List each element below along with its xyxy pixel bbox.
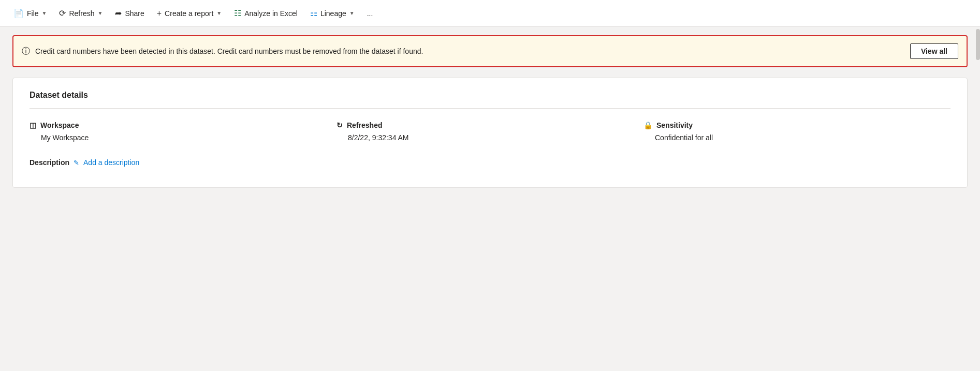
file-label: File (27, 9, 39, 18)
refreshed-value: 8/2/22, 9:32:34 AM (337, 133, 643, 142)
view-all-button[interactable]: View all (910, 43, 958, 59)
create-report-button[interactable]: + Create a report ▼ (152, 6, 227, 21)
description-label: Description (30, 158, 69, 167)
excel-icon: ☷ (234, 8, 241, 18)
lineage-label: Lineage (320, 9, 346, 18)
lineage-chevron-icon: ▼ (349, 10, 355, 16)
create-report-label: Create a report (165, 9, 213, 18)
plus-icon: + (157, 9, 162, 18)
more-options-label: ... (367, 9, 373, 18)
share-button[interactable]: ➦ Share (110, 5, 149, 21)
sensitivity-col: 🔒 Sensitivity Confidential for all (643, 121, 950, 142)
details-row: ◫ Workspace My Workspace ↻ Refreshed 8/2… (30, 121, 950, 142)
dataset-details-card: Dataset details ◫ Workspace My Workspace… (12, 78, 968, 188)
refreshed-col: ↻ Refreshed 8/2/22, 9:32:34 AM (337, 121, 643, 142)
info-icon: ⓘ (22, 46, 30, 57)
alert-text: Credit card numbers have been detected i… (35, 47, 423, 55)
sensitivity-label: 🔒 Sensitivity (643, 121, 950, 129)
create-report-chevron-icon: ▼ (216, 10, 222, 16)
file-button[interactable]: 📄 File ▼ (8, 5, 52, 21)
scrollbar-thumb[interactable] (976, 29, 980, 60)
workspace-value: My Workspace (30, 133, 337, 142)
analyze-excel-button[interactable]: ☷ Analyze in Excel (229, 5, 303, 21)
add-description-link[interactable]: Add a description (83, 158, 139, 167)
analyze-excel-label: Analyze in Excel (244, 9, 298, 18)
refresh-chevron-icon: ▼ (98, 10, 103, 16)
alert-banner: ⓘ Credit card numbers have been detected… (12, 35, 968, 67)
toolbar: 📄 File ▼ ⟳ Refresh ▼ ➦ Share + Create a … (0, 0, 980, 27)
refresh-small-icon: ↻ (337, 121, 343, 129)
share-icon: ➦ (115, 8, 122, 18)
refresh-button[interactable]: ⟳ Refresh ▼ (54, 5, 108, 21)
file-chevron-icon: ▼ (42, 10, 47, 16)
lineage-icon: ⚏ (310, 8, 317, 18)
file-icon: 📄 (13, 8, 24, 18)
workspace-icon: ◫ (30, 121, 36, 129)
alert-content: ⓘ Credit card numbers have been detected… (22, 46, 423, 57)
scrollbar-track (976, 27, 980, 371)
share-label: Share (125, 9, 144, 18)
edit-description-icon[interactable]: ✎ (74, 159, 79, 167)
refresh-label: Refresh (69, 9, 94, 18)
refresh-icon: ⟳ (59, 8, 66, 18)
workspace-col: ◫ Workspace My Workspace (30, 121, 337, 142)
sensitivity-value: Confidential for all (643, 133, 950, 142)
details-divider (30, 108, 950, 109)
lineage-button[interactable]: ⚏ Lineage ▼ (305, 5, 360, 21)
dataset-details-title: Dataset details (30, 91, 950, 100)
description-row: Description ✎ Add a description (30, 158, 950, 167)
refreshed-label: ↻ Refreshed (337, 121, 643, 129)
more-options-button[interactable]: ... (362, 6, 378, 21)
workspace-label: ◫ Workspace (30, 121, 337, 129)
sensitivity-icon: 🔒 (643, 121, 652, 129)
content-area: ⓘ Credit card numbers have been detected… (0, 27, 980, 371)
